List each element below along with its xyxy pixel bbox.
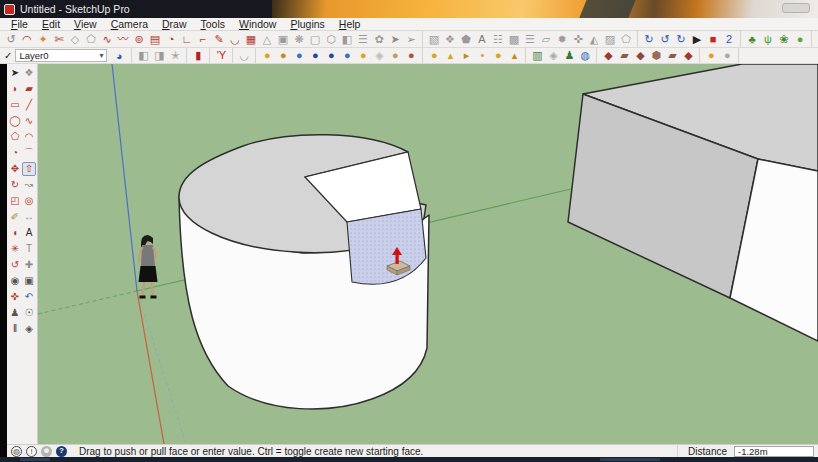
waffle-icon[interactable]: ▩ <box>506 32 522 47</box>
grid-face-icon[interactable]: ▦ <box>243 32 259 47</box>
push-up-icon[interactable]: ◨ <box>151 48 167 63</box>
polygon-tool[interactable]: ⬠ <box>8 130 22 144</box>
follow-me-tool[interactable]: ↝ <box>22 178 36 192</box>
brick-1-icon[interactable]: ◆ <box>600 48 616 63</box>
pan-tool[interactable]: ✚ <box>22 258 36 272</box>
gold-dot-3-icon[interactable]: ● <box>490 48 506 63</box>
gold-sphere-1-icon[interactable]: ● <box>259 48 275 63</box>
title-bar[interactable]: Untitled - SketchUp Pro <box>0 0 818 18</box>
layer-manager-icon[interactable]: ◕ <box>111 50 127 62</box>
shapes-icon[interactable]: ❖ <box>442 32 458 47</box>
tape-measure-tool[interactable]: ✐ <box>8 210 22 224</box>
blue-sphere-2-icon[interactable]: ● <box>339 48 355 63</box>
push-left-icon[interactable]: ◧ <box>135 48 151 63</box>
striped-box-icon[interactable]: ▨ <box>602 32 618 47</box>
help-icon[interactable]: ? <box>56 446 67 457</box>
menu-help[interactable]: Help <box>332 18 368 31</box>
y-tool-icon[interactable]: 'Y <box>213 48 229 63</box>
corner-icon[interactable]: ∟ <box>179 32 195 47</box>
menu-camera[interactable]: Camera <box>104 18 155 31</box>
protractor-tool[interactable]: ◖ <box>8 226 22 240</box>
viewport[interactable] <box>38 64 818 444</box>
gold-sphere-3-icon[interactable]: ● <box>355 48 371 63</box>
rectangle-tool[interactable]: ▭ <box>8 98 22 112</box>
play-icon[interactable]: ▶ <box>689 32 705 47</box>
tan-sphere-icon[interactable]: ● <box>387 48 403 63</box>
background-window-button[interactable] <box>782 3 810 13</box>
navy-sphere-2-icon[interactable]: ● <box>323 48 339 63</box>
taskbar-item[interactable] <box>600 458 660 461</box>
line-tool[interactable]: ╱ <box>22 98 36 112</box>
pin-2-icon[interactable]: ▸ <box>458 48 474 63</box>
scene-spin-3-icon[interactable]: ↻ <box>673 32 689 47</box>
distance-value[interactable]: -1.28m <box>734 446 814 457</box>
brick-4-icon[interactable]: ⬢ <box>648 48 664 63</box>
leaf-icon[interactable]: ✿ <box>371 32 387 47</box>
section-plane-tool[interactable]: ◈ <box>22 322 36 336</box>
zoom-extents-tool[interactable]: ✜ <box>8 290 22 304</box>
hex-prism-icon[interactable]: ⬡ <box>323 32 339 47</box>
circle-mark-icon[interactable]: ⊚ <box>131 32 147 47</box>
scene-spin-1-icon[interactable]: ↻ <box>641 32 657 47</box>
gray-ball-icon[interactable]: ● <box>719 48 735 63</box>
record-icon[interactable]: ■ <box>705 32 721 47</box>
3d-text-tool[interactable]: T <box>22 242 36 256</box>
green-figure-icon[interactable]: ♟ <box>561 48 577 63</box>
make-component-tool[interactable]: ❖ <box>22 66 36 80</box>
zoom-window-tool[interactable]: ▣ <box>22 274 36 288</box>
menu-window[interactable]: Window <box>232 18 283 31</box>
sheets-icon[interactable]: ☷ <box>490 32 506 47</box>
paint-bucket-tool[interactable]: ◗ <box>8 82 22 96</box>
white-diamond-icon[interactable]: ◈ <box>371 48 387 63</box>
navy-sphere-1-icon[interactable]: ● <box>307 48 323 63</box>
box-face-icon[interactable]: ▤ <box>147 32 163 47</box>
gold-ball-icon[interactable]: ● <box>703 48 719 63</box>
set-square-icon[interactable]: △ <box>259 32 275 47</box>
leaf-ball-icon[interactable]: ❀ <box>776 32 792 47</box>
pie-tool[interactable]: ◔ <box>8 146 22 160</box>
red-book-icon[interactable]: ▮ <box>190 48 206 63</box>
solid-box-icon[interactable]: ▣ <box>275 32 291 47</box>
menu-draw[interactable]: Draw <box>155 18 194 31</box>
blank-face-icon[interactable]: ▢ <box>307 32 323 47</box>
move-tool[interactable]: ✥ <box>8 162 22 176</box>
arrow-a-icon[interactable]: ➤ <box>387 32 403 47</box>
tree-window-icon[interactable]: ▥ <box>529 48 545 63</box>
polygon-icon[interactable]: ⬠ <box>83 32 99 47</box>
menu-plugins[interactable]: Plugins <box>283 18 331 31</box>
look-around-tool[interactable]: ☉ <box>22 306 36 320</box>
arc-tool[interactable]: ◠ <box>22 130 36 144</box>
arrow-b-icon[interactable]: ➢ <box>403 32 419 47</box>
wedge-icon[interactable]: ◭ <box>586 32 602 47</box>
flower-gear-icon[interactable]: ❋ <box>291 32 307 47</box>
select-tool[interactable]: ➤ <box>8 66 22 80</box>
rust-sphere-icon[interactable]: ● <box>403 48 419 63</box>
pencil-icon[interactable]: ✎ <box>211 32 227 47</box>
ribs-icon[interactable]: ☰ <box>522 32 538 47</box>
grass-icon[interactable]: ψ <box>760 32 776 47</box>
outline-icon[interactable]: ⬟ <box>458 32 474 47</box>
sheet-icon[interactable]: ▱ <box>538 32 554 47</box>
offset-arc-icon[interactable]: ↺ <box>3 32 19 47</box>
half-box-icon[interactable]: ◧ <box>339 32 355 47</box>
blue-sphere-1-icon[interactable]: ● <box>291 48 307 63</box>
text-tool[interactable]: A <box>22 226 36 240</box>
star-icon[interactable]: ✭ <box>167 48 183 63</box>
taskbar[interactable] <box>0 457 818 462</box>
axes-tool[interactable]: ✳ <box>8 242 22 256</box>
gem-icon[interactable]: ◈ <box>545 48 561 63</box>
bezier-tool[interactable]: ⌒ <box>22 146 36 160</box>
image-icon[interactable]: ▧ <box>426 32 442 47</box>
offset-tool[interactable]: ◎ <box>22 194 36 208</box>
walk-tool[interactable]: ‖ <box>8 322 22 336</box>
plant-icon[interactable]: ♣ <box>744 32 760 47</box>
sign-in-icon[interactable]: ☻ <box>41 446 52 457</box>
freehand-tool[interactable]: ∿ <box>22 114 36 128</box>
freehand-icon[interactable]: ∿ <box>99 32 115 47</box>
stack-icon[interactable]: ☰ <box>355 32 371 47</box>
dimension-tool[interactable]: ↔ <box>22 210 36 224</box>
brick-6-icon[interactable]: ◆ <box>680 48 696 63</box>
model-info-icon[interactable]: ! <box>26 446 37 457</box>
earth-globe-icon[interactable]: ◍ <box>577 48 593 63</box>
menu-view[interactable]: View <box>67 18 104 31</box>
